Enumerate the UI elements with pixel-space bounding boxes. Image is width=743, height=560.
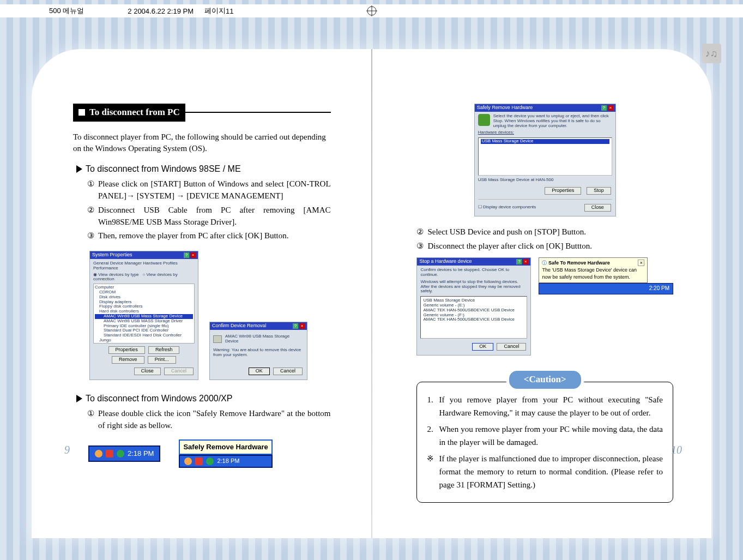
balloon-body: The 'USB Mass Storage Device' device can… (542, 267, 644, 281)
systray[interactable]: 2:18 PM (179, 455, 272, 468)
close-icon[interactable]: × (638, 260, 644, 266)
print-rev: 2 2004.6.22 2:19 PM (128, 7, 194, 15)
device-name-label: AMAC Win98 USB Mass Storage Device (225, 334, 304, 344)
page-number-right: 10 (671, 444, 682, 456)
triangle-bullet-icon (76, 395, 82, 402)
screenshot-stop-hardware: Stop a Hardware device?× Confirm devices… (416, 257, 531, 356)
caution-item: 2.When you remove player from your PC wh… (427, 423, 663, 449)
help-icon[interactable]: ? (516, 259, 522, 264)
tray-icon[interactable] (626, 286, 632, 292)
left-column: To disconnect from PC To disconnect play… (32, 104, 358, 538)
close-button[interactable]: Close (134, 368, 161, 375)
subheading-winxp-label: To disconnect from Windows 2000/XP (86, 392, 232, 405)
intro-text: To disconnect player from PC, the follow… (73, 131, 331, 155)
dialog-title: Stop a Hardware device (419, 259, 472, 264)
device-tree[interactable]: Computer CDROM Disk drives Display adapt… (93, 284, 195, 344)
dialog-title: Confirm Device Removal (212, 323, 267, 329)
dialog-title: System Properties (92, 252, 132, 258)
right-column: Safely Remove Hardware?× Select the devi… (385, 104, 711, 538)
device-status-label: USB Mass Storage Device at HAN-500 (478, 178, 612, 183)
print-doc-name: 500 메뉴얼 (49, 6, 84, 16)
properties-button[interactable]: Properties (108, 346, 145, 354)
page-number-left: 9 (64, 444, 70, 456)
help-icon[interactable]: ? (184, 252, 189, 258)
print-button[interactable]: Print... (148, 356, 176, 364)
stop-button[interactable]: Stop (587, 187, 611, 195)
properties-button[interactable]: Properties (545, 187, 581, 195)
step-item: ①Please click on [START] Button of Windo… (87, 178, 331, 202)
caution-title: <Caution> (509, 371, 581, 389)
subheading-win98-label: To disconnect from Windows 98SE / ME (86, 162, 241, 175)
screenshot-confirm-removal: Confirm Device Removal?× AMAC Win98 USB … (209, 322, 307, 380)
tree-item[interactable]: Keyboard (95, 343, 193, 344)
step-item: ②Disconnect USB Cable from PC after remo… (87, 204, 331, 228)
section-heading: To disconnect from PC (73, 104, 331, 122)
tray-icon[interactable] (195, 457, 203, 465)
ok-button[interactable]: OK (472, 343, 493, 351)
tab-strip[interactable]: General Device Manager Hardware Profiles… (93, 261, 195, 271)
tray-remove-hardware-icon[interactable] (642, 286, 647, 292)
step-item: ②Select USB Device and push on [STOP] Bu… (416, 226, 673, 238)
stop-device-list[interactable]: USB Mass Storage Device Generic volume -… (420, 296, 527, 339)
music-notes-icon: ♪♫ (702, 44, 721, 63)
step-item: ①Please double click the icon "Safely Re… (87, 408, 331, 432)
device-list-item-selected[interactable]: USB Mass Storage Device (481, 139, 609, 144)
registration-mark-icon (366, 5, 377, 16)
page-spine (371, 49, 372, 538)
print-page-label: 페이지 (204, 6, 226, 16)
balloon-with-tray: Safely Remove Hardware 2:18 PM (179, 439, 272, 468)
tray-icon[interactable] (184, 457, 192, 465)
caution-item: ※If the player is malfunctioned due to i… (427, 452, 663, 491)
caution-block: <Caution> 1.If you remove player from yo… (416, 371, 673, 503)
device-icon (213, 335, 222, 343)
dialog-description: Select the device you want to unplug or … (493, 114, 612, 128)
caution-item: 1.If you remove player from your PC with… (427, 393, 663, 419)
warning-text: Warning: You are about to remove this de… (213, 348, 304, 358)
remove-button[interactable]: Remove (112, 356, 144, 364)
close-icon[interactable]: × (608, 105, 613, 111)
print-header: 500 메뉴얼 2 2004.6.22 2:19 PM 페이지 11 (0, 4, 743, 17)
screenshot-safely-remove-hardware: Safely Remove Hardware?× Select the devi… (474, 104, 616, 216)
help-icon[interactable]: ? (293, 323, 298, 329)
close-icon[interactable]: × (299, 323, 305, 329)
systray[interactable]: 2:18 PM (88, 445, 160, 462)
safe-to-remove-balloon: ⓘ Safe To Remove Hardware× The 'USB Mass… (539, 257, 648, 283)
cancel-button[interactable]: Cancel (164, 368, 194, 375)
display-components-checkbox[interactable]: ☐ Display device components (478, 205, 536, 210)
confirm-text-2: Windows will attempt to stop the followi… (420, 280, 527, 294)
triangle-bullet-icon (76, 165, 82, 173)
tooltip-balloon: Safely Remove Hardware (179, 439, 272, 455)
step-item: ③Disconnect the player after click on [O… (416, 240, 673, 252)
tray-icon[interactable] (634, 286, 639, 292)
cancel-button[interactable]: Cancel (497, 343, 526, 351)
hardware-devices-label: Hardware devices: (478, 130, 514, 135)
tray-time: 2:18 PM (128, 449, 154, 459)
close-icon[interactable]: × (190, 252, 196, 258)
tray-icon[interactable] (95, 450, 102, 457)
section-title: To disconnect from PC (89, 106, 180, 119)
radio-by-type[interactable]: View devices by type (98, 272, 139, 277)
help-icon[interactable]: ? (601, 105, 607, 111)
tray-icon[interactable] (106, 450, 113, 457)
confirm-text: Confirm devices to be stopped. Choose OK… (420, 268, 527, 278)
safe-remove-bubble-group: ⓘ Safe To Remove Hardware× The 'USB Mass… (539, 257, 673, 294)
print-page-no: 11 (226, 7, 233, 15)
refresh-button[interactable]: Refresh (148, 346, 180, 354)
tray-remove-hardware-icon[interactable] (206, 457, 214, 465)
tray-time: 2:20 PM (649, 285, 669, 293)
page-card: To disconnect from PC To disconnect play… (32, 49, 711, 538)
square-bullet-icon (78, 109, 85, 116)
tray-remove-hardware-icon[interactable] (117, 450, 124, 457)
tray-time: 2:18 PM (217, 457, 239, 466)
screenshot-system-properties: System Properties?× General Device Manag… (89, 251, 198, 380)
close-button[interactable]: Close (584, 204, 611, 212)
balloon-title: Safe To Remove Hardware (548, 260, 610, 266)
hardware-icon (478, 114, 490, 126)
close-icon[interactable]: × (523, 259, 528, 264)
cancel-button[interactable]: Cancel (273, 368, 303, 375)
systray[interactable]: 2:20 PM (539, 283, 673, 294)
subheading-win98: To disconnect from Windows 98SE / ME (76, 162, 331, 175)
list-item[interactable]: AMAC TEK HAN-500USBDEVICE USB Device (423, 317, 524, 322)
ok-button[interactable]: OK (249, 368, 270, 375)
device-list[interactable]: USB Mass Storage Device (478, 137, 612, 176)
